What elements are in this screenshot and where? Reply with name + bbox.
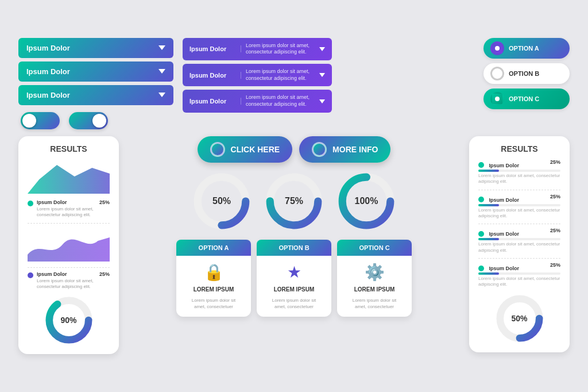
stat-desc-2: Lorem ipsum dolor sit amet, consectetur …	[37, 278, 110, 290]
accordion-mid-item-2[interactable]: Ipsum Dolor Lorem ipsum dolor sit amet, …	[183, 64, 332, 86]
option-card-a-title: LOREM IPSUM	[194, 286, 234, 293]
option-card-c-desc: Lorem ipsum dolor sit amet, consectetuer	[346, 297, 403, 310]
stat-divider-r1	[478, 190, 560, 190]
accordion-mid-label-2: Ipsum Dolor	[189, 72, 241, 79]
option-card-b-header: OPTION B	[257, 240, 331, 256]
accordion-label-2: Ipsum Dolor	[26, 67, 70, 76]
chevron-down-icon	[158, 45, 165, 50]
svg-marker-0	[28, 165, 110, 194]
accordion-item-3[interactable]: Ipsum Dolor	[18, 85, 173, 105]
stat-row-2: Ipsum Dolor 25% Lorem ipsum dolor sit am…	[28, 271, 110, 290]
more-info-label: MORE INFO	[332, 145, 378, 154]
radio-option-b[interactable]: OPTION B	[483, 63, 570, 84]
progress-label-2: Ipsum Dolor	[489, 197, 519, 203]
option-card-b-title: LOREM IPSUM	[274, 286, 315, 293]
stat-label-2: Ipsum Dolor	[37, 271, 67, 277]
stat-label-1: Ipsum Dolor	[37, 199, 67, 205]
chevron-down-icon	[319, 99, 325, 103]
toggle-1[interactable]	[21, 112, 60, 129]
donut-50: 50%	[190, 170, 253, 233]
donut-50-label: 50%	[212, 196, 231, 206]
radio-option-c[interactable]: OPTION C	[483, 89, 570, 109]
stat-label-row-2: Ipsum Dolor 25%	[37, 271, 110, 277]
stat-info-1: Ipsum Dolor 25% Lorem ipsum dolor sit am…	[37, 199, 110, 218]
accordion-mid-desc-3: Lorem ipsum dolor sit amet, consectetur …	[246, 94, 316, 107]
option-card-c-title: LOREM IPSUM	[354, 286, 395, 293]
radio-label-b: OPTION B	[509, 70, 539, 77]
progress-pct-4: 25%	[550, 262, 560, 268]
option-card-b[interactable]: OPTION B ★ LOREM IPSUM Lorem ipsum dolor…	[257, 240, 331, 317]
progress-row-2: Ipsum Dolor 25% Lorem ipsum dolor sit am…	[478, 194, 560, 220]
donut-50-right: 50%	[494, 293, 546, 344]
progress-bar-bg-3	[478, 238, 560, 240]
accordion-mid-item-3[interactable]: Ipsum Dolor Lorem ipsum dolor sit amet, …	[183, 90, 332, 112]
progress-desc-3: Lorem ipsum dolor sit amet, consectetur …	[478, 241, 560, 253]
donut-50-right-label: 50%	[511, 314, 527, 323]
toggle-knob-2	[92, 114, 106, 128]
accordion-item-1[interactable]: Ipsum Dolor	[18, 38, 173, 58]
donut-100-label: 100%	[355, 196, 378, 206]
progress-row-1: Ipsum Dolor 25% Lorem ipsum dolor sit am…	[478, 159, 560, 185]
stat-divider-1	[28, 223, 110, 224]
chevron-down-icon	[158, 69, 165, 74]
option-cards-row: OPTION A 🔒 LOREM IPSUM Lorem ipsum dolor…	[176, 240, 412, 317]
option-card-a[interactable]: OPTION A 🔒 LOREM IPSUM Lorem ipsum dolor…	[176, 240, 251, 317]
button-row: CLICK HERE MORE INFO	[198, 136, 391, 163]
toggle-row	[18, 112, 173, 129]
radio-dot-c	[490, 92, 504, 106]
option-card-b-desc: Lorem ipsum dolor sit amet, consectetuer	[266, 297, 322, 310]
mountain-chart	[28, 159, 110, 194]
stat-row-1: Ipsum Dolor 25% Lorem ipsum dolor sit am…	[28, 199, 110, 218]
progress-bar-fill-1	[478, 170, 499, 172]
donut-90-wrap: 90%	[28, 294, 110, 346]
stat-divider-2	[28, 267, 110, 268]
progress-label-4: Ipsum Dolor	[489, 266, 519, 271]
radio-options: OPTION A OPTION B OPTION C	[483, 38, 570, 109]
click-here-label: CLICK HERE	[231, 145, 280, 154]
progress-desc-4: Lorem ipsum dolor sit amet, consectetur …	[478, 276, 560, 288]
progress-label-1: Ipsum Dolor	[489, 163, 519, 168]
main-container: Ipsum Dolor Ipsum Dolor Ipsum Dolor	[18, 38, 570, 355]
progress-bar-fill-4	[478, 272, 499, 275]
accordion-label-3: Ipsum Dolor	[26, 91, 70, 99]
progress-bar-bg-1	[478, 170, 560, 172]
option-card-a-desc: Lorem ipsum dolor sit amet, consectetuer	[185, 297, 242, 310]
progress-dot-3	[478, 231, 484, 237]
progress-row-3: Ipsum Dolor 25% Lorem ipsum dolor sit am…	[478, 228, 560, 253]
stat-dot-purple	[28, 272, 33, 278]
option-card-c[interactable]: OPTION C ⚙️ LOREM IPSUM Lorem ipsum dolo…	[337, 240, 412, 317]
radio-label-a: OPTION A	[509, 45, 539, 52]
accordion-mid-label-1: Ipsum Dolor	[189, 45, 241, 52]
stat-divider-r3	[478, 258, 560, 259]
button-knob-icon	[210, 142, 225, 157]
wave-chart	[28, 227, 110, 262]
radio-label-c: OPTION C	[509, 95, 539, 102]
accordion-item-2[interactable]: Ipsum Dolor	[18, 62, 173, 82]
click-here-button[interactable]: CLICK HERE	[198, 136, 293, 163]
radio-option-a[interactable]: OPTION A	[483, 38, 570, 59]
accordion-mid-desc-1: Lorem ipsum dolor sit amet, consectetur …	[246, 43, 316, 56]
toggle-2[interactable]	[69, 112, 108, 129]
accordion-mid: Ipsum Dolor Lorem ipsum dolor sit amet, …	[183, 38, 332, 113]
option-card-a-header: OPTION A	[176, 240, 251, 256]
results-title-left: RESULTS	[28, 144, 110, 153]
stat-label-row-1: Ipsum Dolor 25%	[37, 199, 110, 205]
toggle-knob-1	[22, 114, 36, 128]
donut-90-label: 90%	[60, 316, 76, 325]
accordion-left: Ipsum Dolor Ipsum Dolor Ipsum Dolor	[18, 38, 173, 129]
donut-100: 100%	[335, 170, 398, 233]
progress-desc-1: Lorem ipsum dolor sit amet, consectetur …	[478, 173, 560, 185]
stat-divider-r2	[478, 224, 560, 224]
progress-label-3: Ipsum Dolor	[489, 231, 519, 237]
chevron-down-icon	[319, 73, 325, 77]
donut-90: 90%	[43, 294, 95, 346]
results-title-right: RESULTS	[478, 144, 560, 153]
accordion-mid-desc-2: Lorem ipsum dolor sit amet, consectetur …	[246, 68, 316, 82]
star-icon: ★	[287, 263, 301, 282]
donut-50-right-wrap: 50%	[478, 293, 560, 344]
more-info-button[interactable]: MORE INFO	[299, 136, 390, 163]
stat-percent-1: 25%	[99, 199, 110, 205]
accordion-mid-item-1[interactable]: Ipsum Dolor Lorem ipsum dolor sit amet, …	[183, 38, 332, 60]
progress-bar-fill-2	[478, 204, 499, 206]
top-row: Ipsum Dolor Ipsum Dolor Ipsum Dolor	[18, 38, 570, 129]
